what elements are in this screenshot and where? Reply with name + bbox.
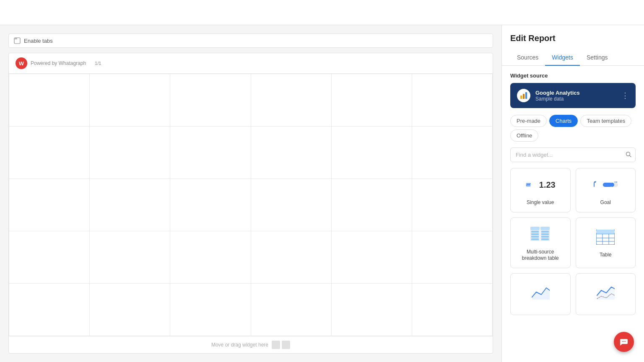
filter-btn-offline[interactable]: Offline <box>510 129 538 142</box>
widget-label-table: Table <box>600 252 612 259</box>
grid-cell <box>170 127 251 179</box>
widget-card-multi-source[interactable]: Multi-source breakdown table <box>510 217 571 268</box>
widget-card-line-chart-1[interactable] <box>510 273 571 315</box>
grid-cell <box>412 284 493 336</box>
widget-source-more-button[interactable]: ⋮ <box>621 91 629 100</box>
widget-card-table[interactable]: Table <box>576 217 636 268</box>
svg-rect-24 <box>541 236 549 238</box>
svg-point-35 <box>622 341 623 342</box>
grid-cell <box>170 231 251 284</box>
grid-cell <box>90 74 170 127</box>
widget-icon-multi-source <box>530 224 551 245</box>
enable-tabs-label: Enable tabs <box>24 38 53 44</box>
grid-cell <box>412 74 493 127</box>
search-box <box>510 147 636 162</box>
grid-cell <box>170 179 251 231</box>
svg-rect-1 <box>14 38 17 39</box>
svg-point-36 <box>623 341 624 342</box>
svg-rect-19 <box>531 238 539 240</box>
widget-icon-table <box>596 227 615 248</box>
grid-cell <box>251 284 332 336</box>
widget-search-input[interactable] <box>510 147 636 162</box>
grid-cell <box>170 284 251 336</box>
widget-icon-line-chart-2 <box>596 282 615 303</box>
svg-point-11 <box>610 183 614 187</box>
grid-cell <box>251 231 332 284</box>
filter-buttons: Pre-madeChartsTeam templatesOffline <box>510 115 636 142</box>
tabs-icon <box>14 37 21 44</box>
search-button[interactable] <box>626 151 631 158</box>
filter-btn-charts[interactable]: Charts <box>549 115 578 127</box>
grid-cell <box>251 127 332 179</box>
grid-cell <box>332 127 412 179</box>
whatagraph-logo: W <box>16 57 27 69</box>
widget-icon-line-chart-1 <box>531 282 550 303</box>
widget-source-sub: Sample data <box>535 96 616 102</box>
widget-label-single-value: Single value <box>527 199 554 206</box>
svg-rect-2 <box>520 96 522 99</box>
widget-card-single-value[interactable]: 1.23 Single value <box>510 168 571 212</box>
filter-btn-teamTemplates[interactable]: Team templates <box>580 115 631 127</box>
grid-cell <box>332 74 412 127</box>
powered-by-label: Powered by Whatagraph <box>31 60 86 66</box>
page-indicator: 1/1 <box>93 60 103 67</box>
widget-label-goal: Goal <box>600 199 611 206</box>
svg-rect-21 <box>540 227 550 230</box>
widget-card-goal[interactable]: Goal <box>576 168 636 212</box>
svg-line-6 <box>630 155 631 157</box>
svg-rect-12 <box>615 181 615 183</box>
panel-title: Edit Report <box>510 34 636 43</box>
ga-svg-icon <box>519 91 528 100</box>
canvas-footer-text: Move or drag widget here <box>211 342 268 348</box>
panel-tab-settings[interactable]: Settings <box>580 50 615 66</box>
widget-label-multi-source: Multi-source breakdown table <box>517 249 564 262</box>
svg-rect-18 <box>531 236 539 238</box>
grid-cell <box>251 74 332 127</box>
svg-rect-13 <box>616 181 617 183</box>
main-area: Enable tabs W Powered by Whatagraph 1/1 … <box>0 25 644 362</box>
grid-cell <box>90 179 170 231</box>
grid-cell <box>170 74 251 127</box>
chat-icon <box>619 337 628 346</box>
grid-cell <box>332 179 412 231</box>
right-panel: Edit Report SourcesWidgetsSettings Widge… <box>501 25 644 362</box>
panel-tab-sources[interactable]: Sources <box>510 50 545 66</box>
svg-rect-16 <box>531 231 539 233</box>
grid-cell <box>332 231 412 284</box>
canvas-grid <box>9 74 493 336</box>
widget-source-card[interactable]: Google Analytics Sample data ⋮ <box>510 83 636 108</box>
grid-cell <box>412 127 493 179</box>
grid-cell <box>90 231 170 284</box>
widget-card-line-chart-2[interactable] <box>576 273 636 315</box>
filter-btn-premade[interactable]: Pre-made <box>510 115 547 127</box>
grid-cell <box>412 179 493 231</box>
grid-cell <box>9 179 90 231</box>
widget-source-section-title: Widget source <box>510 72 636 79</box>
enable-tabs-bar[interactable]: Enable tabs <box>8 34 493 48</box>
widget-icon-goal <box>593 174 618 195</box>
grid-cell <box>90 284 170 336</box>
svg-point-37 <box>625 341 626 342</box>
grid-cell <box>332 284 412 336</box>
widget-icon-single-value: 1.23 <box>525 174 556 195</box>
grid-cell <box>251 179 332 231</box>
search-icon <box>626 151 631 157</box>
svg-rect-25 <box>541 238 549 240</box>
panel-tab-widgets[interactable]: Widgets <box>545 50 580 66</box>
chat-button[interactable] <box>614 332 634 352</box>
canvas-wrapper: W Powered by Whatagraph 1/1 Move or drag… <box>8 53 493 354</box>
drag-icons <box>272 341 290 349</box>
grid-cell <box>9 127 90 179</box>
canvas-footer: Move or drag widget here <box>9 336 493 353</box>
panel-body: Widget source Google Analytics Sample da… <box>502 66 644 362</box>
widget-grid: 1.23 Single value Goal Multi-sourc <box>510 168 636 315</box>
svg-rect-23 <box>541 233 549 235</box>
svg-rect-3 <box>523 94 525 99</box>
ga-icon <box>517 89 530 102</box>
grid-cell <box>9 231 90 284</box>
svg-rect-15 <box>530 227 540 230</box>
panel-header: Edit Report SourcesWidgetsSettings <box>502 25 644 66</box>
grid-cell <box>9 74 90 127</box>
widget-source-name: Google Analytics <box>535 90 616 96</box>
top-bar <box>0 0 644 25</box>
